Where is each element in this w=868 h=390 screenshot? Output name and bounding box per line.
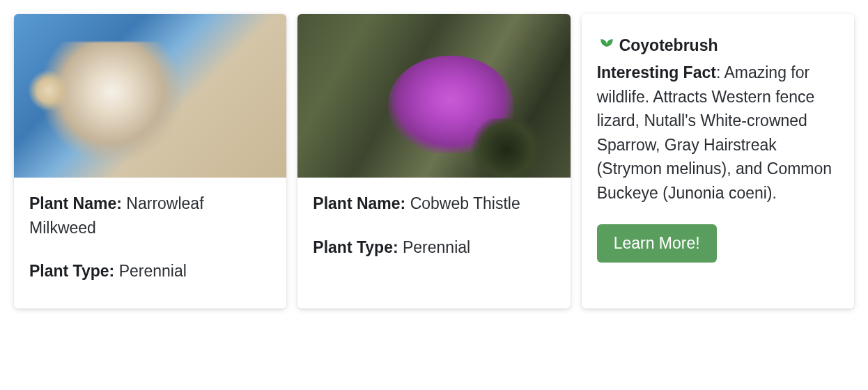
plant-type-line: Plant Type: Perennial xyxy=(29,259,271,283)
plant-image xyxy=(14,14,286,178)
plant-fact-value: : Amazing for wildlife. Attracts Western… xyxy=(597,63,832,202)
plant-type-line: Plant Type: Perennial xyxy=(313,235,555,260)
plant-card: Plant Name: Narrowleaf Milkweed Plant Ty… xyxy=(14,14,286,309)
plant-type-label: Plant Type: xyxy=(29,262,114,280)
plant-name-value: Cobweb Thistle xyxy=(410,194,520,212)
interesting-fact-label: Interesting Fact xyxy=(597,63,716,81)
plant-name-label: Plant Name: xyxy=(313,194,405,212)
plant-name-value: Coyotebrush xyxy=(619,36,718,55)
plant-name-line: Plant Name: Cobweb Thistle xyxy=(313,192,555,216)
plant-fact: Interesting Fact: Amazing for wildlife. … xyxy=(597,61,839,205)
learn-more-button[interactable]: Learn More! xyxy=(597,224,717,263)
plant-type-value: Perennial xyxy=(403,238,470,256)
seedling-icon xyxy=(597,37,617,55)
plant-card-body: Plant Name: Cobweb Thistle Plant Type: P… xyxy=(297,178,570,309)
plant-card-body: Plant Name: Narrowleaf Milkweed Plant Ty… xyxy=(14,178,286,309)
plant-name-label: Plant Name: xyxy=(29,194,122,212)
plant-card: Coyotebrush Interesting Fact: Amazing fo… xyxy=(582,14,854,309)
plant-type-label: Plant Type: xyxy=(313,238,398,256)
plant-type-value: Perennial xyxy=(119,262,187,280)
plant-image xyxy=(297,14,570,178)
plant-title: Coyotebrush xyxy=(597,36,839,55)
plant-card-body: Coyotebrush Interesting Fact: Amazing fo… xyxy=(582,14,854,309)
plant-cards-container: Plant Name: Narrowleaf Milkweed Plant Ty… xyxy=(14,14,854,309)
plant-card: Plant Name: Cobweb Thistle Plant Type: P… xyxy=(297,14,570,309)
plant-name-line: Plant Name: Narrowleaf Milkweed xyxy=(29,192,271,240)
